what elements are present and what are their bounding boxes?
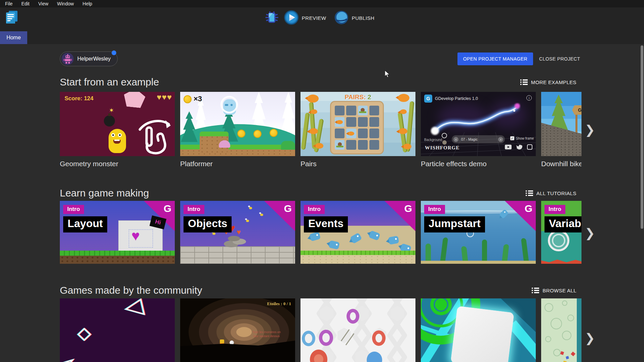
fish <box>307 95 319 103</box>
fish-sprite <box>309 231 321 241</box>
fish <box>403 144 411 149</box>
show-frame-label: Show frame <box>516 137 534 140</box>
example-card-platformer[interactable]: ×3 Platformer <box>180 92 295 168</box>
menu-help[interactable]: Help <box>78 0 97 7</box>
sunrise-thumbnail: Tuer les monstres en leur sautant dessus… <box>180 298 295 362</box>
more-examples-label: MORE EXAMPLES <box>531 79 576 85</box>
blue-ring <box>302 331 315 346</box>
publish-button[interactable]: PUBLISH <box>352 15 374 21</box>
platformer-thumbnail: ×3 <box>180 92 295 156</box>
menu-edit[interactable]: Edit <box>17 0 34 7</box>
app-header: G GDevelop Particles 1.0 <box>424 95 478 103</box>
ring-character <box>548 230 569 251</box>
objects-thumbnail: ♥ ♥ ♥ G Intro Objects <box>180 201 295 264</box>
menu-window[interactable]: Window <box>53 0 78 7</box>
bubbles-thumbnail <box>541 298 581 362</box>
preview-button[interactable]: PREVIEW <box>302 15 326 21</box>
tutorial-card-objects[interactable]: ♥ ♥ ♥ G Intro Objects <box>180 201 295 264</box>
variables-thumbnail: +1 G Intro Variables <box>541 201 581 264</box>
community-card-1[interactable] <box>60 298 175 362</box>
chevron-right-icon[interactable]: ❯ <box>585 124 595 136</box>
list-icon <box>520 79 528 85</box>
examples-title: Start from an example <box>60 76 159 88</box>
seaweed <box>440 238 448 261</box>
intro-badge: Intro <box>184 205 204 214</box>
all-tutorials-label: ALL TUTORIALS <box>536 190 576 196</box>
gdevelop-logo-icon: G <box>525 203 532 214</box>
fish-sprite <box>388 236 399 245</box>
dirt-strip <box>60 256 175 264</box>
card-title: Downhill bike <box>541 156 581 168</box>
coin <box>237 130 245 138</box>
tutorial-card-jumpstart[interactable]: G Intro Jumpstart <box>421 201 536 264</box>
menu-view[interactable]: View <box>34 0 53 7</box>
community-card-2[interactable]: Tuer les monstres en leur sautant dessus… <box>180 298 295 362</box>
effect-selector: ‹ 07 - Magic › <box>452 135 505 143</box>
red-disc-center <box>314 354 323 362</box>
chevron-right-icon[interactable]: ❯ <box>585 332 595 344</box>
seaweed <box>461 246 468 261</box>
lava-zigzag <box>541 258 581 264</box>
tutorial-card-events[interactable]: G Intro Events <box>300 201 415 264</box>
grass-strip <box>300 251 415 255</box>
tutorials-section-header: Learn game making ALL TUTORIALS <box>60 186 576 200</box>
page-header: HelperWesley OPEN PROJECT MANAGER CLOSE … <box>60 51 581 66</box>
example-card-particle-effects[interactable]: G GDevelop Particles 1.0 i Background ‹ … <box>421 92 536 168</box>
background-label: Background <box>424 138 442 142</box>
community-carousel: Tuer les monstres en leur sautant dessus… <box>60 298 644 362</box>
preview-play-icon[interactable] <box>284 10 299 26</box>
examples-carousel: Score: 124 ♥♥♥ ✶ Geometry monster <box>60 92 644 168</box>
notification-dot <box>112 50 116 55</box>
intro-badge: Intro <box>545 205 565 214</box>
fish <box>400 109 407 114</box>
studio-logo: WISHFORGE <box>425 145 459 151</box>
fly <box>246 220 249 222</box>
bubble <box>562 300 567 306</box>
example-card-geometry-monster[interactable]: Score: 124 ♥♥♥ ✶ Geometry monster <box>60 92 175 168</box>
bubble <box>545 303 553 312</box>
tutorial-card-layout[interactable]: G ♥ Hi Intro Layout <box>60 201 175 264</box>
all-tutorials-link[interactable]: ALL TUTORIALS <box>526 190 576 196</box>
swipe-hand-icon <box>138 117 174 154</box>
community-title: Games made by the community <box>60 285 202 296</box>
tutorial-card-variables[interactable]: +1 G Intro Variables <box>541 201 581 264</box>
stars-counter: Etoiles : 0 / 1 <box>267 301 291 306</box>
coin <box>253 130 261 138</box>
browse-all-link[interactable]: BROWSE ALL <box>532 287 576 293</box>
hearts-icons: ♥♥♥ <box>157 93 172 102</box>
fish-sprite <box>368 230 380 241</box>
close-project-button[interactable]: CLOSE PROJECT <box>538 52 581 65</box>
seaweed <box>521 238 529 261</box>
fly <box>260 214 263 216</box>
open-project-manager-button[interactable]: OPEN PROJECT MANAGER <box>457 52 533 65</box>
more-examples-link[interactable]: MORE EXAMPLES <box>520 79 576 85</box>
debug-icon[interactable] <box>265 10 279 26</box>
go-sign: G <box>572 105 581 115</box>
fish <box>315 143 323 149</box>
example-card-pairs[interactable]: PAIRS: 2 <box>300 92 415 168</box>
project-manager-icon[interactable] <box>5 10 19 26</box>
scrollbar[interactable] <box>641 45 643 229</box>
tutorials-title: Learn game making <box>60 187 149 199</box>
intro-badge: Intro <box>424 205 445 214</box>
user-chip[interactable]: HelperWesley <box>60 51 118 66</box>
monster <box>109 129 126 153</box>
publish-globe-icon[interactable] <box>334 10 349 26</box>
chevron-right-icon[interactable]: ❯ <box>585 227 595 239</box>
menu-file[interactable]: File <box>1 0 17 7</box>
community-card-4[interactable] <box>421 298 536 362</box>
community-card-3[interactable] <box>300 298 415 362</box>
jumpstart-thumbnail: G Intro Jumpstart <box>421 201 536 264</box>
example-card-downhill-bike[interactable]: G Downhill bike <box>541 92 581 168</box>
seaweed <box>426 244 431 261</box>
confetti <box>560 351 564 355</box>
confetti <box>566 356 569 359</box>
community-card-5[interactable] <box>541 298 581 362</box>
enemy-blob <box>219 140 230 148</box>
neon-shapes <box>60 298 175 362</box>
tutorial-title: Layout <box>63 216 107 232</box>
confetti <box>563 361 566 362</box>
tab-home[interactable]: Home <box>0 31 27 44</box>
fire-heart: ♥ <box>237 228 241 236</box>
sand-strip <box>300 255 415 264</box>
